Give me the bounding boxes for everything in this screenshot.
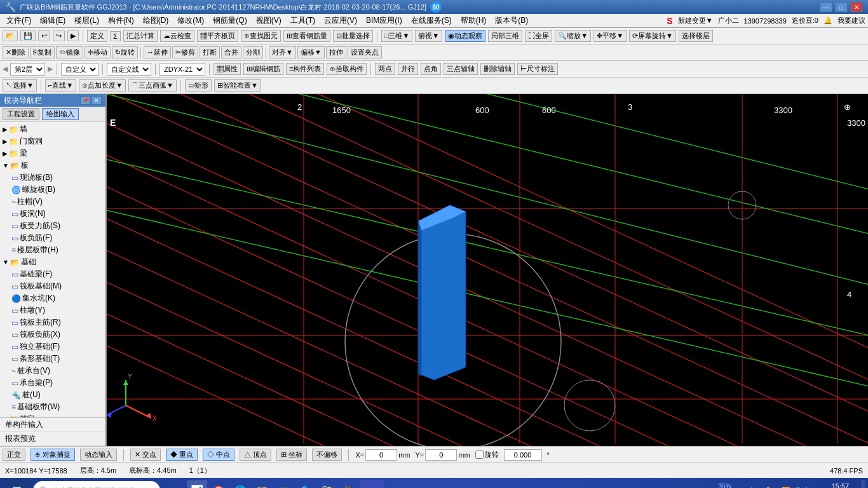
project-settings-btn[interactable]: 工程设置 (3, 108, 39, 120)
close-button[interactable]: ✕ (850, 2, 863, 12)
tree-slab-rebar[interactable]: ▭ 板受力筋(S) (0, 220, 105, 232)
3d-btn[interactable]: □三维▼ (381, 30, 413, 42)
stretch-btn[interactable]: 拉伸 (326, 46, 346, 58)
coord-snap-btn[interactable]: ⊞ 坐标 (276, 449, 307, 461)
taskview-btn[interactable]: ⧉ (165, 480, 186, 488)
tree-foundation[interactable]: ▼📂基础 (0, 256, 105, 268)
custom-line-select[interactable]: 自定义线 (107, 63, 151, 76)
find-elem-btn[interactable]: ⊕查找图元 (241, 30, 281, 42)
component-list-btn[interactable]: ≡构件列表 (286, 63, 324, 75)
tree-cap-beam[interactable]: ▭ 承台梁(P) (0, 377, 105, 389)
taskbar-app-8[interactable]: 🐧 (338, 480, 358, 488)
taskbar-app-7[interactable]: 🔐 (316, 480, 337, 488)
tree-raft-neg-rebar[interactable]: ▭ 筏板负筋(X) (0, 329, 105, 341)
calc-btn[interactable]: 汇总计算 (123, 30, 158, 42)
no-offset-btn[interactable]: 不偏移 (312, 449, 342, 461)
menu-view[interactable]: 视图(V) (252, 14, 285, 27)
floor-next-btn[interactable]: ▶ (48, 65, 53, 73)
taskbar-app-2[interactable]: 🎯 (208, 480, 229, 488)
menu-tools[interactable]: 工具(T) (287, 14, 319, 27)
screen-rotate-btn[interactable]: ⟳屏幕旋转▼ (629, 30, 676, 42)
split-btn[interactable]: 分割 (243, 46, 263, 58)
play-btn[interactable]: ▶ (67, 30, 79, 41)
tree-other[interactable]: ▶📁其它 (0, 413, 105, 417)
menu-component[interactable]: 构件(N) (104, 14, 138, 27)
dynamic-input-btn[interactable]: 动态输入 (80, 449, 117, 461)
sidebar-close-btn[interactable]: ✕ (92, 96, 102, 105)
dynamic-view-btn[interactable]: ◉动态观察 (445, 30, 485, 42)
zoom-btn[interactable]: 🔍缩放▼ (555, 30, 591, 42)
tree-pile-cap[interactable]: ~ 桩承台(V) (0, 365, 105, 377)
layer-select[interactable]: ZDYX-21 (159, 63, 205, 76)
menu-edit[interactable]: 编辑(E) (36, 14, 69, 27)
tree-col-pier[interactable]: ▭ 柱墩(Y) (0, 304, 105, 316)
taskbar-app-4[interactable]: 📁 (252, 480, 272, 488)
pick-component-btn[interactable]: ⊕拾取构件 (327, 63, 367, 75)
mirror-btn[interactable]: ⇔镜像 (56, 46, 83, 58)
open-btn[interactable]: 📂 (3, 30, 18, 41)
tree-slab-neg-rebar[interactable]: ▭ 板负筋(F) (0, 232, 105, 244)
fullscreen-btn[interactable]: ⛶全屏 (525, 30, 552, 42)
object-snap-btn[interactable]: ⊕ 对象捕捉 (31, 449, 75, 461)
menu-modify[interactable]: 修改(M) (173, 14, 208, 27)
rotate-btn[interactable]: ↻旋转 (112, 46, 138, 58)
bell-icon[interactable]: 🔔 (824, 17, 832, 25)
define-btn[interactable]: 定义 (87, 30, 107, 42)
suggest-btn[interactable]: 我要建议 (837, 16, 865, 25)
clock-display[interactable]: 15:57 2018/10/31 (823, 482, 858, 488)
rect-btn[interactable]: ▭矩形 (185, 79, 212, 92)
trim-btn[interactable]: ✂修剪 (172, 46, 198, 58)
sigma-btn[interactable]: Σ (110, 31, 121, 41)
menu-version[interactable]: 版本号(B) (491, 14, 532, 27)
custom-select1[interactable]: 自定义 (61, 63, 98, 76)
menu-rebar-qty[interactable]: 钢筋量(Q) (209, 14, 250, 27)
taskbar-ai[interactable]: Ai (360, 480, 384, 488)
midpoint-snap-btn[interactable]: ◆ 重点 (166, 449, 198, 461)
edit-rebar-btn[interactable]: ⊞编辑钢筋 (243, 63, 283, 75)
single-component-btn[interactable]: 单构件输入 (0, 418, 105, 432)
tray-ime[interactable]: 中 (749, 486, 756, 489)
menu-online[interactable]: 在线服务(S) (407, 14, 456, 27)
line-tool-btn[interactable]: ⌐直线▼ (45, 79, 76, 92)
sidebar-pin-btn[interactable]: 📌 (80, 96, 90, 105)
three-point-axis-btn[interactable]: 三点辅轴 (444, 63, 478, 75)
copy-btn[interactable]: ⎘复制 (30, 46, 55, 58)
smart-place-btn[interactable]: ⊞智能布置▼ (214, 79, 261, 92)
floor-select[interactable]: 第2层 (10, 63, 45, 76)
parallel-btn[interactable]: 并行 (398, 63, 418, 75)
menu-draw[interactable]: 绘图(D) (139, 14, 173, 27)
x-input[interactable] (365, 449, 397, 461)
extend-btn[interactable]: ↔延伸 (144, 46, 171, 58)
dim-label-btn[interactable]: ⊢尺寸标注 (517, 63, 558, 75)
batch-select-btn[interactable]: ⊡批量选择 (333, 30, 373, 42)
tree-strip-found[interactable]: ▭ 条形基础(T) (0, 353, 105, 365)
menu-cloud[interactable]: 云应用(V) (320, 14, 361, 27)
move-btn[interactable]: ✛移动 (85, 46, 111, 58)
top-view-btn[interactable]: 俯视▼ (415, 30, 442, 42)
tree-col-cap[interactable]: ~ 柱帽(V) (0, 196, 105, 208)
cloud-check-btn[interactable]: ☁云检查 (160, 30, 194, 42)
tree-floor-strip[interactable]: ≡ 楼层板带(H) (0, 244, 105, 256)
tree-found-strip[interactable]: ≡ 基础板带(W) (0, 401, 105, 413)
tree-wall[interactable]: ▶📁墙 (0, 123, 105, 135)
local-3d-btn[interactable]: 局部三维 (488, 30, 522, 42)
tree-raft[interactable]: ▭ 筏板基础(M) (0, 280, 105, 292)
rotate-checkbox[interactable]: 旋转 (475, 450, 499, 459)
menu-floor[interactable]: 楼层(L) (71, 14, 103, 27)
tree-iso-found[interactable]: ▭ 独立基础(F) (0, 341, 105, 353)
tree-door-window[interactable]: ▶📁门窗洞 (0, 135, 105, 147)
rotate-input[interactable] (504, 449, 542, 461)
merge-btn[interactable]: 合并 (221, 46, 241, 58)
break-btn[interactable]: 打断 (200, 46, 220, 58)
maximize-button[interactable]: □ (835, 2, 848, 12)
set-grip-btn[interactable]: 设置夹点 (348, 46, 382, 58)
redo-btn[interactable]: ↪ (53, 30, 65, 41)
point-len-btn[interactable]: ⊙点加长度▼ (79, 79, 126, 92)
tree-beam[interactable]: ▶📁梁 (0, 147, 105, 159)
new-project-btn[interactable]: 新建变更▼ (678, 16, 713, 25)
intersect-snap-btn[interactable]: ✕ 交点 (130, 449, 161, 461)
vertex-snap-btn[interactable]: △ 顶点 (240, 449, 271, 461)
report-preview-btn[interactable]: 报表预览 (0, 432, 105, 446)
taskbar-app-3[interactable]: 🌐 (230, 480, 250, 488)
tray-ime2[interactable]: 中 (803, 486, 810, 489)
